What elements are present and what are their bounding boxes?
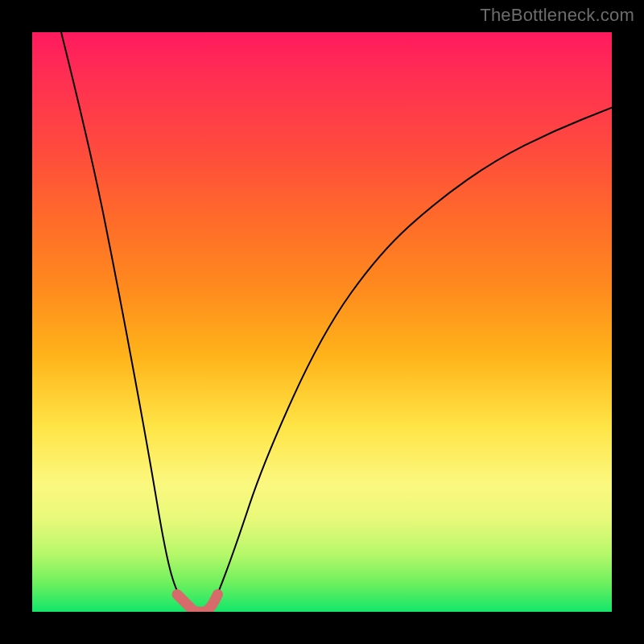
bottleneck-curve-line: [61, 32, 612, 612]
watermark-text: TheBottleneck.com: [480, 5, 634, 26]
chart-frame: TheBottleneck.com: [0, 0, 644, 644]
plot-area: [32, 32, 612, 612]
curve-layer: [32, 32, 612, 612]
notch-highlight-line: [177, 594, 217, 612]
